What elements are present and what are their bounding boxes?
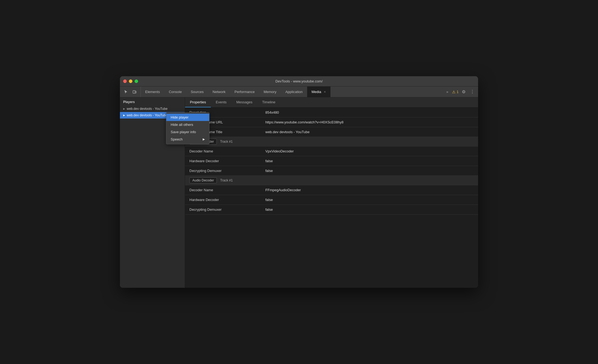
tab-media[interactable]: Media × [307, 87, 330, 97]
prop-row-resolution: Resolution 854x480 [185, 108, 478, 117]
prop-value-video-hardware: false [261, 157, 478, 165]
player-item-1[interactable]: ▶ web.dev devtools - YouTube [120, 106, 185, 112]
prop-row-video-decoder-name: Decoder Name VpxVideoDecoder [185, 146, 478, 156]
toolbar: Elements Console Sources Network Perform… [120, 87, 478, 97]
sidebar-title: Players [120, 97, 185, 106]
window-title: DevTools - www.youtube.com/ [275, 79, 323, 83]
settings-icon[interactable]: ⚙ [460, 88, 467, 95]
prop-value-audio-decoder-name: FFmpegAudioDecoder [261, 186, 478, 194]
submenu-arrow-icon: ▶ [203, 138, 205, 141]
sub-tab-properties[interactable]: Properties [185, 97, 211, 107]
context-menu: Hide player Hide all others Save player … [166, 112, 209, 144]
properties-table: Resolution 854x480 Playback Frame URL ht… [185, 108, 478, 288]
cursor-icon[interactable] [122, 88, 130, 96]
prop-key-audio-demuxer: Decrypting Demuxer [185, 205, 261, 214]
prop-value-video-decoder-name: VpxVideoDecoder [261, 147, 478, 155]
video-decoder-header: Video Decoder Track #1 [185, 137, 478, 146]
toolbar-right: » ⚠ 1 ⚙ ⋮ [442, 87, 478, 97]
prop-value-audio-hardware: false [261, 196, 478, 204]
prop-row-playback-url: Playback Frame URL https://www.youtube.c… [185, 117, 478, 127]
audio-decoder-badge: Audio Decoder [189, 177, 217, 183]
maximize-button[interactable] [135, 79, 138, 83]
device-icon[interactable] [131, 88, 138, 96]
minimize-button[interactable] [129, 79, 132, 83]
prop-value-playback-url: https://www.youtube.com/watch?v=H0XScE08… [261, 118, 478, 126]
main-content: Players ▶ web.dev devtools - YouTube ▶ w… [120, 97, 478, 288]
audio-decoder-header: Audio Decoder Track #1 [185, 176, 478, 185]
svg-rect-0 [133, 91, 135, 93]
tab-performance[interactable]: Performance [230, 87, 259, 97]
prop-row-audio-demuxer: Decrypting Demuxer false [185, 205, 478, 215]
prop-key-audio-hardware: Hardware Decoder [185, 196, 261, 204]
sub-tabs: Properties Events Messages Timeline [185, 97, 478, 108]
prop-key-video-hardware: Hardware Decoder [185, 157, 261, 165]
context-menu-hide-player[interactable]: Hide player [166, 114, 209, 121]
traffic-lights [123, 79, 138, 83]
tab-network[interactable]: Network [208, 87, 230, 97]
panel: Properties Events Messages Timeline Reso… [185, 97, 478, 288]
svg-rect-1 [135, 91, 136, 93]
close-button[interactable] [123, 79, 127, 83]
context-menu-hide-all-others[interactable]: Hide all others [166, 121, 209, 128]
context-menu-speech[interactable]: Speech ▶ [166, 136, 209, 143]
sub-tab-messages[interactable]: Messages [231, 97, 257, 107]
context-menu-save-player-info[interactable]: Save player info [166, 128, 209, 136]
prop-value-audio-demuxer: false [261, 205, 478, 214]
warning-icon: ⚠ [452, 90, 456, 94]
close-tab-icon[interactable]: × [324, 90, 326, 94]
tab-memory[interactable]: Memory [259, 87, 281, 97]
prop-value-video-demuxer: false [261, 167, 478, 175]
player-arrow-icon-1: ▶ [123, 107, 125, 110]
prop-row-audio-hardware: Hardware Decoder false [185, 195, 478, 205]
sub-tab-events[interactable]: Events [211, 97, 231, 107]
prop-value-playback-title: web.dev devtools - YouTube [261, 128, 478, 136]
tab-list: Elements Console Sources Network Perform… [141, 87, 442, 97]
prop-key-audio-decoder-name: Decoder Name [185, 186, 261, 194]
warning-badge[interactable]: ⚠ 1 [452, 90, 459, 94]
prop-row-video-demuxer: Decrypting Demuxer false [185, 166, 478, 176]
sidebar: Players ▶ web.dev devtools - YouTube ▶ w… [120, 97, 185, 288]
prop-row-video-hardware: Hardware Decoder false [185, 156, 478, 166]
audio-decoder-track: Track #1 [220, 178, 233, 182]
tab-overflow-button[interactable]: » [444, 90, 450, 94]
toolbar-icons [120, 87, 141, 97]
sub-tab-timeline[interactable]: Timeline [257, 97, 280, 107]
prop-key-video-decoder-name: Decoder Name [185, 147, 261, 155]
player-arrow-icon-2: ▶ [123, 114, 125, 117]
tab-console[interactable]: Console [164, 87, 186, 97]
prop-key-video-demuxer: Decrypting Demuxer [185, 167, 261, 175]
video-decoder-track: Track #1 [220, 140, 233, 143]
devtools-window: DevTools - www.youtube.com/ Elements Con… [120, 76, 478, 288]
title-bar: DevTools - www.youtube.com/ [120, 76, 478, 87]
prop-row-playback-title: Playback Frame Title web.dev devtools - … [185, 127, 478, 137]
tab-elements[interactable]: Elements [141, 87, 164, 97]
prop-value-resolution: 854x480 [261, 108, 478, 117]
more-options-icon[interactable]: ⋮ [469, 88, 476, 95]
prop-row-audio-decoder-name: Decoder Name FFmpegAudioDecoder [185, 185, 478, 195]
tab-application[interactable]: Application [281, 87, 307, 97]
tab-sources[interactable]: Sources [186, 87, 208, 97]
